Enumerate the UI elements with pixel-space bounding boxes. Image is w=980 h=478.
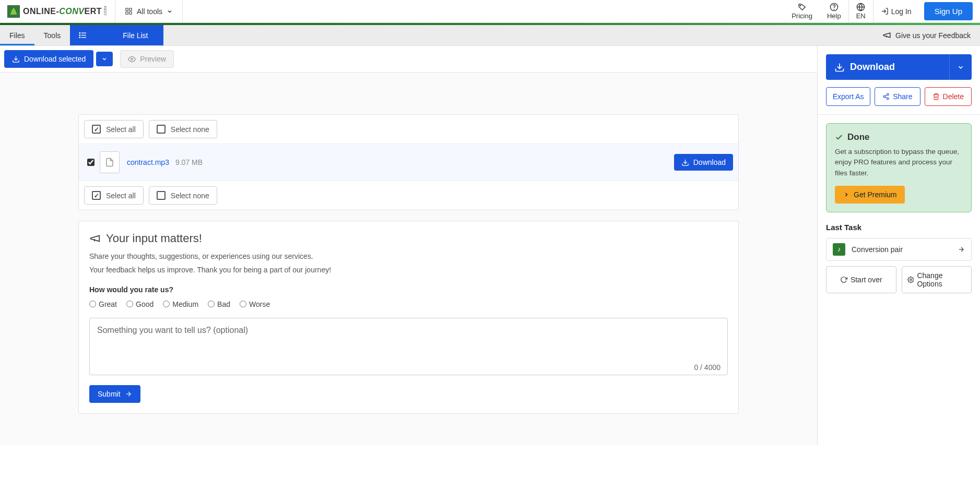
svg-point-20 — [887, 93, 889, 95]
signup-button[interactable]: Sign Up — [924, 2, 973, 20]
music-icon: ♪ — [833, 243, 845, 256]
tag-icon — [798, 3, 807, 11]
select-none-button-bottom[interactable]: Select none — [149, 186, 217, 205]
select-all-label: Select all — [106, 192, 136, 200]
megaphone-icon — [882, 31, 891, 40]
list-icon — [78, 31, 87, 40]
feedback-card: Your input matters! Share your thoughts,… — [78, 221, 739, 414]
help-label: Help — [827, 12, 841, 20]
pricing-link[interactable]: Pricing — [784, 0, 820, 22]
last-task-section: Last Task ♪ Conversion pair Start over C… — [818, 212, 980, 302]
feedback-line2: Your feedback helps us improve. Thank yo… — [89, 264, 728, 276]
rate-question: How would you rate us? — [89, 285, 728, 294]
done-text: Get a subscription to bypass the queue, … — [835, 147, 963, 178]
select-all-button-top[interactable]: Select all — [84, 120, 144, 138]
sidebar-download-button[interactable]: Download — [826, 54, 949, 80]
file-name-link[interactable]: contract.mp3 — [127, 158, 169, 166]
download-icon — [681, 159, 689, 166]
sidebar-download-label: Download — [850, 62, 895, 73]
premium-label: Get Premium — [854, 190, 896, 199]
get-premium-button[interactable]: Get Premium — [835, 186, 905, 204]
select-none-button-top[interactable]: Select none — [149, 120, 217, 138]
radio-medium[interactable]: Medium — [163, 300, 198, 308]
svg-point-13 — [79, 35, 80, 35]
download-label: Download — [693, 158, 726, 166]
tab-files[interactable]: Files — [0, 25, 34, 45]
done-label: Done — [847, 132, 870, 142]
select-none-label: Select none — [171, 125, 209, 134]
change-options-label: Change Options — [917, 271, 966, 288]
logo[interactable]: ONLINE-CONVERT .COM — [0, 0, 115, 22]
svg-point-21 — [883, 95, 885, 98]
select-all-button-bottom[interactable]: Select all — [84, 186, 144, 205]
svg-rect-2 — [126, 12, 128, 14]
svg-point-26 — [910, 279, 911, 280]
delete-label: Delete — [943, 92, 964, 101]
feedback-title: Your input matters! — [89, 232, 728, 245]
share-label: Share — [893, 92, 912, 101]
radio-good[interactable]: Good — [126, 300, 154, 308]
share-button[interactable]: Share — [875, 87, 920, 106]
file-size: 9.07 MB — [175, 158, 203, 166]
sub-nav: Files Tools File List Give us your Feedb… — [0, 25, 980, 46]
feedback-textarea[interactable] — [89, 318, 728, 375]
help-link[interactable]: Help — [820, 0, 848, 22]
radio-bad[interactable]: Bad — [208, 300, 230, 308]
eye-icon — [128, 55, 136, 63]
download-icon — [834, 62, 845, 73]
arrow-right-icon — [125, 390, 132, 398]
change-options-button[interactable]: Change Options — [902, 266, 972, 293]
download-selected-dropdown[interactable] — [96, 52, 113, 66]
arrow-right-icon — [958, 246, 965, 253]
file-checkbox[interactable] — [87, 159, 95, 166]
start-over-button[interactable]: Start over — [826, 266, 896, 293]
done-box: Done Get a subscription to bypass the qu… — [826, 123, 972, 212]
language-label: EN — [856, 12, 866, 20]
login-label: Log In — [891, 7, 912, 16]
svg-point-16 — [131, 58, 133, 60]
delete-button[interactable]: Delete — [925, 87, 972, 106]
svg-point-4 — [800, 5, 800, 6]
help-icon — [830, 3, 839, 11]
file-list-card: Select all Select none contract.mp3 9.07… — [78, 114, 739, 210]
file-list-label: File List — [123, 31, 148, 40]
chevron-down-icon — [101, 56, 108, 62]
checkbox-checked-icon — [92, 125, 101, 134]
svg-line-24 — [885, 97, 887, 98]
download-selected-button[interactable]: Download selected — [4, 50, 93, 68]
export-as-button[interactable]: Export As — [826, 87, 870, 106]
feedback-line1: Share your thoughts, suggestions, or exp… — [89, 250, 728, 262]
svg-rect-1 — [129, 8, 132, 10]
conversion-pair-row[interactable]: ♪ Conversion pair — [826, 238, 972, 261]
chevron-down-icon — [957, 64, 964, 71]
char-counter: 0 / 4000 — [694, 363, 721, 372]
svg-point-6 — [834, 9, 834, 9]
login-button[interactable]: Log In — [873, 0, 919, 22]
feedback-link[interactable]: Give us your Feedback — [873, 31, 980, 40]
preview-label: Preview — [140, 55, 166, 63]
language-selector[interactable]: EN — [848, 0, 873, 22]
checkbox-empty-icon — [157, 191, 166, 200]
submit-button[interactable]: Submit — [89, 385, 140, 403]
start-over-label: Start over — [851, 276, 882, 284]
action-toolbar: Download selected Preview — [0, 46, 817, 73]
svg-line-23 — [885, 95, 887, 96]
all-tools-label: All tools — [137, 7, 162, 16]
checkbox-checked-icon — [92, 191, 101, 200]
radio-great[interactable]: Great — [89, 300, 117, 308]
svg-point-12 — [79, 33, 80, 33]
tab-tools[interactable]: Tools — [34, 25, 70, 45]
rating-options: Great Good Medium Bad Worse — [89, 300, 728, 308]
tab-file-list[interactable]: File List — [70, 25, 163, 45]
globe-icon — [856, 3, 865, 11]
sidebar-download-dropdown[interactable] — [949, 54, 972, 80]
logo-text: ONLINE-CONVERT — [23, 7, 102, 16]
preview-button: Preview — [120, 50, 174, 68]
file-download-button[interactable]: Download — [674, 154, 733, 171]
radio-worse[interactable]: Worse — [240, 300, 270, 308]
top-right: Pricing Help EN Log In Sign Up — [784, 0, 980, 22]
svg-rect-3 — [129, 12, 132, 14]
all-tools-dropdown[interactable]: All tools — [115, 0, 183, 22]
checkbox-empty-icon — [157, 125, 166, 134]
trash-icon — [932, 93, 940, 100]
